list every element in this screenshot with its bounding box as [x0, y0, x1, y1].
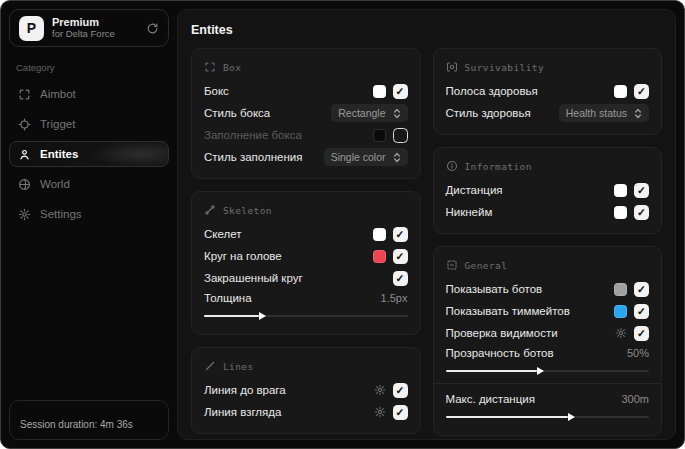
- box-fill-checkbox[interactable]: [393, 128, 408, 143]
- view-line-label: Линия взгляда: [204, 406, 281, 418]
- brand-title: Premium: [52, 16, 115, 29]
- head-circle-label: Круг на голове: [204, 250, 282, 262]
- information-section-header: Information: [446, 160, 650, 172]
- session-duration-card: Session duration: 4m 36s: [9, 400, 169, 440]
- brand-logo: P: [19, 16, 44, 41]
- skeleton-section-title: Skeleton: [223, 205, 272, 216]
- view-line-row: Линия взгляда: [204, 401, 408, 423]
- bots-opacity-slider[interactable]: [446, 366, 650, 376]
- max-distance-slider[interactable]: [446, 412, 650, 422]
- box-section-header: Box: [204, 61, 408, 73]
- skeleton-section-header: Skeleton: [204, 204, 408, 216]
- globe-icon: [18, 178, 31, 191]
- view-line-settings-gear-icon[interactable]: [374, 406, 386, 418]
- chevrons-up-down-icon: [393, 152, 401, 163]
- fill-style-value: Single color: [331, 151, 386, 163]
- bots-opacity-value: 50%: [627, 347, 649, 359]
- sidebar-item-aimbot[interactable]: Aimbot: [9, 81, 169, 107]
- refresh-icon[interactable]: [146, 22, 159, 35]
- crosshair-icon: [18, 118, 31, 131]
- visibility-check-settings-gear-icon[interactable]: [615, 327, 627, 339]
- health-style-row: Стиль здоровья Health status: [446, 102, 650, 124]
- sidebar-item-label: World: [40, 178, 70, 190]
- right-column: Survivability Полоса здоровья Стиль здор…: [433, 48, 663, 436]
- fill-style-row: Стиль заполнения Single color: [204, 146, 408, 168]
- fill-style-select[interactable]: Single color: [324, 148, 408, 166]
- nickname-label: Никнейм: [446, 206, 493, 218]
- max-distance-row: Макс. дистанция 300m: [446, 388, 650, 410]
- slider-fill: [446, 370, 538, 372]
- nickname-row: Никнейм: [446, 201, 650, 223]
- show-teammates-checkbox[interactable]: [634, 304, 649, 319]
- head-circle-row: Круг на голове: [204, 245, 408, 267]
- box-icon: [204, 61, 216, 73]
- filled-circle-row: Закрашенный круг: [204, 267, 408, 289]
- information-section-title: Information: [465, 161, 532, 172]
- box-style-value: Rectangle: [338, 107, 385, 119]
- head-circle-checkbox[interactable]: [393, 249, 408, 264]
- nickname-color-swatch[interactable]: [614, 206, 627, 219]
- health-bar-row: Полоса здоровья: [446, 80, 650, 102]
- slider-fill: [446, 416, 568, 418]
- general-section: General Показывать ботов Показывать тимм…: [433, 246, 663, 436]
- show-teammates-label: Показывать тиммейтов: [446, 305, 570, 317]
- show-bots-label: Показывать ботов: [446, 283, 543, 295]
- visibility-check-checkbox[interactable]: [634, 326, 649, 341]
- box-section: Box Бокс Стиль бокса Rectangle: [191, 48, 421, 179]
- nickname-checkbox[interactable]: [634, 205, 649, 220]
- max-distance-label: Макс. дистанция: [446, 393, 535, 405]
- show-bots-color-swatch[interactable]: [614, 283, 627, 296]
- lines-section-title: Lines: [223, 361, 254, 372]
- distance-color-swatch[interactable]: [614, 184, 627, 197]
- sidebar: P Premium for Delta Force Category Aimbo…: [9, 9, 169, 440]
- health-bar-checkbox[interactable]: [634, 84, 649, 99]
- survivability-section: Survivability Полоса здоровья Стиль здор…: [433, 48, 663, 135]
- enemy-line-label: Линия до врага: [204, 384, 286, 396]
- distance-checkbox[interactable]: [634, 183, 649, 198]
- filled-circle-checkbox[interactable]: [393, 271, 408, 286]
- skeleton-color-swatch[interactable]: [373, 228, 386, 241]
- max-distance-value: 300m: [621, 393, 649, 405]
- enemy-line-checkbox[interactable]: [393, 383, 408, 398]
- general-section-header: General: [446, 259, 650, 271]
- box-row: Бокс: [204, 80, 408, 102]
- bone-icon: [204, 204, 216, 216]
- box-checkbox[interactable]: [393, 84, 408, 99]
- survivability-section-title: Survivability: [465, 62, 545, 73]
- sidebar-item-world[interactable]: World: [9, 171, 169, 197]
- chevrons-up-down-icon: [634, 108, 642, 119]
- show-teammates-color-swatch[interactable]: [614, 305, 627, 318]
- box-style-row: Стиль бокса Rectangle: [204, 102, 408, 124]
- skeleton-checkbox[interactable]: [393, 227, 408, 242]
- health-bar-color-swatch[interactable]: [614, 85, 627, 98]
- box-fill-color-swatch[interactable]: [373, 129, 386, 142]
- distance-label: Дистанция: [446, 184, 503, 196]
- left-column: Box Бокс Стиль бокса Rectangle: [191, 48, 421, 436]
- box-fill-label: Заполнение бокса: [204, 129, 302, 141]
- box-style-select[interactable]: Rectangle: [331, 104, 407, 122]
- skeleton-label: Скелет: [204, 228, 241, 240]
- section-divider: [434, 383, 662, 384]
- visibility-check-label: Проверка видимости: [446, 327, 558, 339]
- sidebar-item-label: Aimbot: [40, 88, 76, 100]
- filled-circle-label: Закрашенный круг: [204, 272, 303, 284]
- lines-section-header: Lines: [204, 360, 408, 372]
- show-bots-checkbox[interactable]: [634, 282, 649, 297]
- health-style-select[interactable]: Health status: [559, 104, 649, 122]
- box-label: Бокс: [204, 85, 229, 97]
- head-circle-color-swatch[interactable]: [373, 250, 386, 263]
- enemy-line-settings-gear-icon[interactable]: [374, 384, 386, 396]
- brand-subtitle: for Delta Force: [52, 29, 115, 40]
- sidebar-item-trigget[interactable]: Trigget: [9, 111, 169, 137]
- sidebar-item-settings[interactable]: Settings: [9, 201, 169, 227]
- view-line-checkbox[interactable]: [393, 405, 408, 420]
- bots-opacity-row: Прозрачность ботов 50%: [446, 342, 650, 364]
- survivability-section-header: Survivability: [446, 61, 650, 73]
- person-icon: [18, 148, 31, 161]
- fill-style-label: Стиль заполнения: [204, 151, 302, 163]
- sidebar-nav: Aimbot Trigget Entites World: [9, 81, 169, 227]
- info-icon: [446, 160, 458, 172]
- thickness-slider[interactable]: [204, 311, 408, 321]
- box-color-swatch[interactable]: [373, 85, 386, 98]
- sidebar-item-entites[interactable]: Entites: [9, 141, 169, 167]
